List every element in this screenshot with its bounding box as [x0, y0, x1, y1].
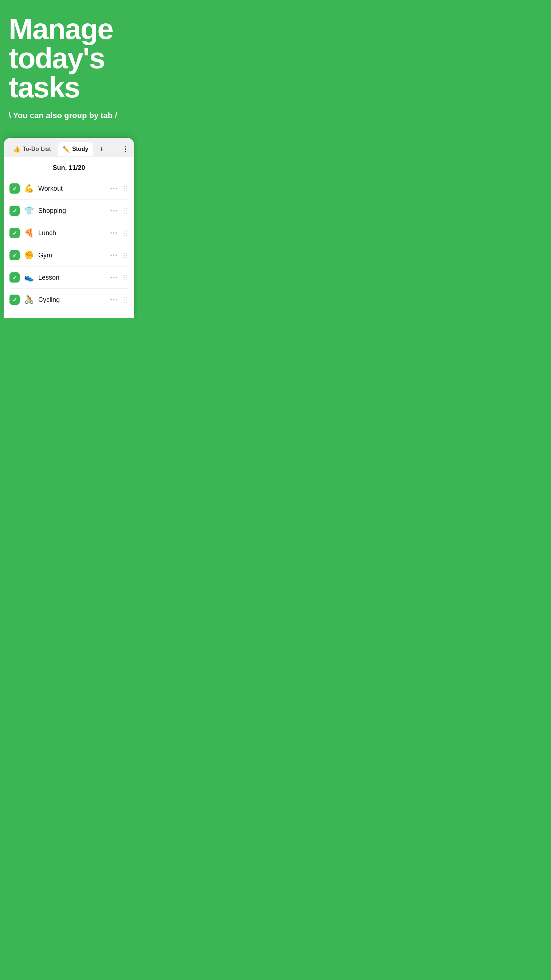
task-checkbox[interactable]: ✓	[10, 250, 20, 260]
checkmark-icon: ✓	[13, 252, 17, 259]
date-header: Sun, 11/20	[4, 157, 134, 178]
drag-handle[interactable]	[122, 296, 128, 304]
hero-subtitle: \ You can also group by tab /	[9, 111, 129, 120]
task-list: ✓ 💪 Workout ✓ 👕 Shopping	[4, 178, 134, 310]
options-button[interactable]	[109, 208, 118, 213]
drag-handle[interactable]	[122, 229, 128, 237]
options-button[interactable]	[109, 186, 118, 191]
task-actions	[109, 185, 128, 193]
task-checkbox[interactable]: ✓	[10, 272, 20, 283]
hero-section: Manage today's tasks \ You can also grou…	[0, 0, 138, 138]
task-actions	[109, 229, 128, 237]
task-name: Lunch	[38, 229, 105, 237]
task-actions	[109, 274, 128, 282]
tab-todo[interactable]: 👍 To-Do List	[8, 142, 56, 156]
options-button[interactable]	[109, 253, 118, 258]
task-row: ✓ 🚴 Cycling	[10, 289, 128, 310]
more-menu-button[interactable]	[121, 143, 130, 155]
drag-handle[interactable]	[122, 274, 128, 282]
hero-title: Manage today's tasks	[9, 14, 129, 102]
checkmark-icon: ✓	[13, 230, 17, 237]
task-name: Workout	[38, 185, 105, 192]
task-emoji: 👕	[24, 206, 34, 215]
task-emoji: 💪	[24, 184, 34, 193]
tabs-bar: 👍 To-Do List ✏️ Study +	[4, 138, 134, 157]
add-tab-button[interactable]: +	[95, 142, 108, 157]
app-card: 👍 To-Do List ✏️ Study + Sun, 11/20 ✓ 💪 W…	[4, 138, 134, 318]
options-button[interactable]	[109, 298, 118, 302]
tab-study[interactable]: ✏️ Study	[57, 142, 93, 156]
task-row: ✓ 🍕 Lunch	[10, 222, 128, 244]
tab-study-label: Study	[72, 146, 88, 153]
task-actions	[109, 296, 128, 304]
task-name: Lesson	[38, 274, 105, 282]
task-row: ✓ 👟 Lesson	[10, 267, 128, 289]
options-button[interactable]	[109, 275, 118, 280]
task-checkbox[interactable]: ✓	[10, 183, 20, 194]
options-button[interactable]	[109, 231, 118, 235]
task-emoji: 👟	[24, 273, 34, 282]
task-name: Cycling	[38, 296, 105, 304]
checkmark-icon: ✓	[13, 207, 17, 215]
checkmark-icon: ✓	[13, 274, 17, 281]
drag-handle[interactable]	[122, 185, 128, 193]
task-emoji: 🍕	[24, 228, 34, 238]
tab-todo-label: To-Do List	[22, 146, 51, 153]
task-row: ✓ 👕 Shopping	[10, 200, 128, 222]
task-actions	[109, 251, 128, 259]
tab-todo-emoji: 👍	[13, 146, 21, 153]
drag-handle[interactable]	[122, 207, 128, 215]
task-actions	[109, 207, 128, 215]
tab-study-emoji: ✏️	[63, 146, 70, 153]
task-checkbox[interactable]: ✓	[10, 228, 20, 238]
task-emoji: 🚴	[24, 295, 34, 304]
task-checkbox[interactable]: ✓	[10, 205, 20, 216]
checkmark-icon: ✓	[13, 296, 17, 303]
checkmark-icon: ✓	[13, 185, 17, 192]
card-body: Sun, 11/20 ✓ 💪 Workout	[4, 157, 134, 318]
task-name: Gym	[38, 251, 105, 259]
drag-handle[interactable]	[122, 251, 128, 259]
task-name: Shopping	[38, 207, 105, 215]
task-row: ✓ ✊ Gym	[10, 244, 128, 267]
task-row: ✓ 💪 Workout	[10, 178, 128, 200]
task-emoji: ✊	[24, 250, 34, 260]
task-checkbox[interactable]: ✓	[10, 294, 20, 305]
